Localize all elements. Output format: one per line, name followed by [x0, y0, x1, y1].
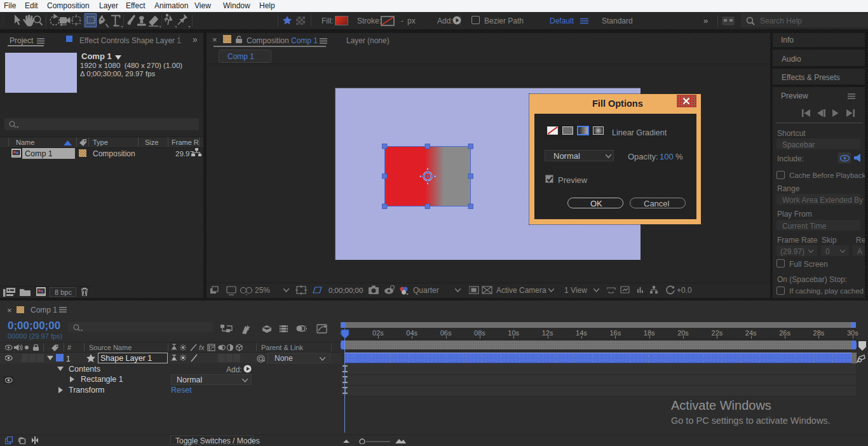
svg-text:fx: fx: [199, 344, 205, 351]
